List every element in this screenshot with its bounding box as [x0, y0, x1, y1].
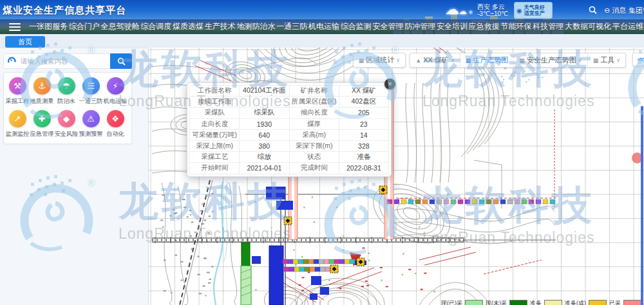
map-mode-pill: ▲ XX 煤矿 ∨ ▦ 生产态势图 ▦ 安全生产态势图 ∨ ▦ 工具 ∨: [410, 53, 626, 68]
search-box: [3, 53, 132, 69]
search-icon: [117, 57, 126, 66]
production-map-button[interactable]: ▦ 生产态势图: [460, 53, 514, 67]
nav-item-5[interactable]: 煤质选煤: [173, 21, 204, 32]
tab-bar: 首页: [0, 34, 644, 48]
cell-label: 接续工作面: [190, 97, 240, 107]
nav-item-15[interactable]: 节能环保: [501, 21, 532, 32]
app-label: 应急管理: [30, 130, 54, 138]
table-row: 开始时间2021-04-01完成时间2022-08-31: [190, 163, 389, 174]
cell-value: 402盘区: [339, 97, 388, 107]
app-8[interactable]: ◆安全风险: [54, 110, 79, 142]
nav-item-2[interactable]: 综合门户: [69, 21, 100, 32]
nav-item-7[interactable]: 地测防治水: [236, 21, 275, 32]
chart-icon: ↗: [9, 110, 26, 127]
table-row: 接续工作面所属采区(盘区)402盘区: [190, 97, 389, 107]
nav-item-9[interactable]: 机电运输: [308, 21, 339, 32]
cell-label: 煤厚: [289, 118, 339, 129]
search-button[interactable]: [110, 53, 132, 69]
nav-item-17[interactable]: 大数据可视化: [565, 21, 611, 32]
cell-label: 采深下限(m): [289, 140, 339, 151]
legend-label: 现(未)采: [486, 299, 507, 305]
search-input[interactable]: [19, 57, 110, 66]
app-label: 监测监控: [6, 130, 30, 138]
app-label: 机电运输: [104, 97, 128, 106]
cell-label: 走向长度: [190, 118, 240, 129]
search-icon: [589, 6, 597, 14]
legend-swatch: [589, 300, 607, 305]
app-label: 采掘工程: [6, 97, 30, 106]
app-4[interactable]: ☰一通三防: [79, 77, 103, 109]
nav-item-8[interactable]: 一通三防: [276, 21, 307, 32]
chevron-down-icon: ∨: [616, 57, 620, 63]
safety-map-button[interactable]: ▦ 安全生产态势图 ∨: [514, 53, 587, 67]
tab-home[interactable]: 首页: [5, 36, 45, 48]
cell-value: 23: [339, 118, 388, 129]
close-icon[interactable]: ×: [384, 79, 395, 89]
table-row: 可采储量(万吨)640采高(m)14: [190, 129, 389, 140]
nav-item-10[interactable]: 综合监测: [341, 21, 372, 32]
nav-item-1[interactable]: 一张图服务: [29, 21, 68, 32]
app-7[interactable]: ✚应急管理: [30, 110, 54, 142]
cell-label: 采高(m): [289, 129, 339, 140]
cell-label: 状态: [289, 152, 339, 163]
app-9[interactable]: ⚠预测预警: [79, 110, 103, 142]
nav-item-13[interactable]: 安全培训: [437, 21, 468, 32]
app-2[interactable]: ⚓地质测量: [30, 77, 54, 109]
gem-icon: ❖: [107, 110, 124, 127]
nav-item-3[interactable]: 全息驾驶舱: [100, 21, 139, 32]
nav-items: 一张图服务综合门户全息驾驶舱综合调度煤质选煤生产技术地测防治水一通三防机电运输综…: [28, 21, 644, 32]
app-6[interactable]: ↗监测监控: [5, 110, 30, 142]
nav-item-6[interactable]: 生产技术: [205, 21, 236, 32]
collapse-toolbar-button[interactable]: ≪: [632, 53, 644, 66]
cell-label: 开始时间: [190, 163, 240, 174]
table-row: 工作面名称402104工作面矿井名称XX 煤矿: [190, 86, 389, 97]
workface-info-popup: 工作面名称402104工作面矿井名称XX 煤矿接续工作面所属采区(盘区)402盘…: [187, 82, 392, 177]
nav-item-16[interactable]: 科技管理: [533, 21, 564, 32]
hamburger-menu-icon[interactable]: [9, 21, 21, 33]
app-1[interactable]: ⚒采掘工程: [5, 77, 30, 109]
weather-info: 西安 多云 -3℃~10℃: [477, 3, 508, 17]
legend-swatch: [544, 300, 562, 305]
app-label: 自动化: [106, 130, 124, 138]
cell-value: XX 煤矿: [339, 86, 388, 97]
vehicle-icon: ◉: [516, 7, 522, 14]
messages-button[interactable]: ⊖ 消息: [604, 6, 626, 15]
page-title: 煤业安全生产信息共享平台: [3, 5, 126, 17]
nav-item-4[interactable]: 综合调度: [140, 21, 171, 32]
cell-value: 402104工作面: [240, 86, 289, 97]
cell-value: 准备: [339, 152, 388, 163]
map-icon: ▦: [519, 57, 525, 64]
first-aid-icon: ✚: [33, 110, 51, 127]
warning-icon: ⚠: [82, 110, 100, 127]
chevron-down-icon: ∨: [396, 57, 400, 63]
app-10[interactable]: ❖自动化: [103, 110, 128, 142]
sliders-icon: ☰: [82, 77, 100, 95]
grid-icon: ▦: [359, 57, 365, 64]
header-search-button[interactable]: [589, 6, 597, 14]
cell-label: 倾向长度: [289, 107, 339, 118]
admin-menu[interactable]: 集团管理员: [629, 6, 644, 15]
anchor-icon: ⚓: [33, 77, 51, 95]
cell-label: 所属采区(盘区): [289, 97, 339, 107]
nav-item-14[interactable]: 应急救援: [469, 21, 500, 32]
tools-button[interactable]: ▦ 工具 ∨: [588, 53, 625, 67]
mine-selector[interactable]: ▲ XX 煤矿 ∨: [410, 53, 460, 67]
region-stats-button[interactable]: ▦ 区域统计 ∨: [354, 53, 405, 67]
cell-label: 采深上限(m): [190, 140, 240, 151]
cell-value: 14: [339, 129, 388, 140]
region-stats-pill: ▦ 区域统计 ∨: [353, 53, 406, 68]
weather-badge: ◉ 天气良好 适宜生产: [514, 2, 553, 19]
vertical-scrollbar[interactable]: [641, 106, 643, 305]
map-icon: ▦: [466, 57, 471, 64]
nav-item-12[interactable]: 防冲管理: [404, 21, 435, 32]
main-nav: 一张图服务综合门户全息驾驶舱综合调度煤质选煤生产技术地测防治水一通三防机电运输综…: [0, 19, 644, 34]
plug-icon: ⚡: [107, 77, 124, 95]
cell-value: 综放: [240, 152, 289, 163]
table-row: 走向长度1930煤厚23: [190, 118, 389, 129]
app-5[interactable]: ⚡机电运输: [103, 77, 128, 109]
nav-item-18[interactable]: 平台运维: [612, 21, 643, 32]
legend-swatch: [465, 300, 483, 305]
app-3[interactable]: ☂防治水: [54, 77, 79, 109]
nav-item-11[interactable]: 安全管理: [373, 21, 404, 32]
message-icon: ⊖: [604, 6, 610, 15]
